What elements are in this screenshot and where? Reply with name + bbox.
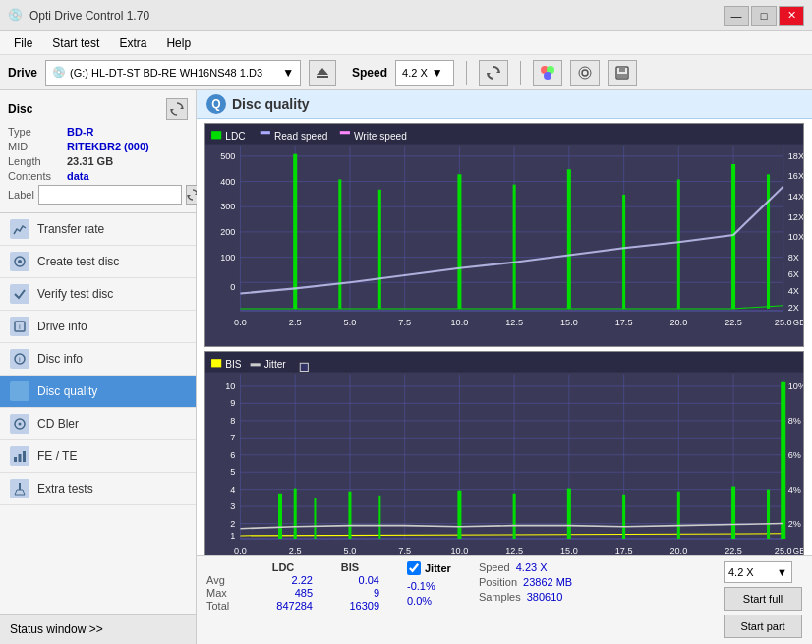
drive-selector[interactable]: 💿 (G:) HL-DT-ST BD-RE WH16NS48 1.D3 ▼ bbox=[45, 60, 301, 86]
disc-length-label: Length bbox=[8, 155, 67, 167]
svg-text:6X: 6X bbox=[788, 269, 799, 279]
menu-extra[interactable]: Extra bbox=[109, 34, 156, 52]
eject-button[interactable] bbox=[309, 60, 336, 86]
svg-rect-10 bbox=[619, 67, 625, 72]
svg-text:2X: 2X bbox=[788, 303, 799, 313]
svg-text:25.0: 25.0 bbox=[775, 318, 792, 327]
drive-value: (G:) HL-DT-ST BD-RE WH16NS48 1.D3 bbox=[70, 67, 278, 79]
svg-text:22.5: 22.5 bbox=[725, 546, 742, 555]
jitter-stats: Jitter -0.1% 0.0% bbox=[407, 561, 451, 607]
svg-text:i: i bbox=[19, 355, 21, 364]
svg-point-7 bbox=[582, 70, 588, 76]
extra-tests-icon bbox=[10, 479, 29, 498]
charts-area: LDC Read speed Write speed 500 400 300 2… bbox=[197, 119, 812, 555]
sidebar-item-transfer-rate[interactable]: Transfer rate bbox=[0, 213, 196, 246]
svg-text:17.5: 17.5 bbox=[615, 318, 633, 327]
eject-icon bbox=[315, 65, 330, 81]
toolbar-separator bbox=[466, 61, 467, 85]
svg-text:2: 2 bbox=[230, 519, 235, 529]
start-full-button[interactable]: Start full bbox=[724, 587, 802, 611]
disc-label-input[interactable] bbox=[38, 185, 182, 205]
svg-text:6%: 6% bbox=[788, 450, 801, 460]
disc-info-icon: i bbox=[10, 349, 29, 369]
svg-text:400: 400 bbox=[220, 177, 235, 187]
svg-text:0.0: 0.0 bbox=[234, 546, 247, 555]
speed-selector[interactable]: 4.2 X ▼ bbox=[395, 60, 454, 86]
disc-quality-icon: Q bbox=[206, 94, 226, 114]
disc-contents-label: Contents bbox=[8, 170, 67, 182]
toolbar-separator-2 bbox=[520, 61, 521, 85]
svg-text:5.0: 5.0 bbox=[344, 318, 357, 327]
app-icon: 💿 bbox=[8, 8, 24, 24]
empty-header bbox=[206, 561, 246, 573]
speed-label: Speed bbox=[352, 66, 387, 80]
refresh-icon bbox=[486, 65, 501, 81]
menu-file[interactable]: File bbox=[4, 34, 42, 52]
jitter-avg-val: -0.1% bbox=[407, 580, 435, 592]
refresh-button[interactable] bbox=[479, 60, 508, 86]
speed-pos-samples: Speed 4.23 X Position 23862 MB Samples 3… bbox=[479, 561, 572, 603]
sidebar-item-fe-te[interactable]: FE / TE bbox=[0, 440, 196, 473]
svg-rect-33 bbox=[261, 131, 270, 134]
drive-dropdown-icon: ▼ bbox=[282, 66, 294, 80]
disc-panel-title: Disc bbox=[8, 102, 32, 116]
sidebar-item-disc-quality[interactable]: Disc quality bbox=[0, 376, 196, 408]
sidebar-item-disc-info[interactable]: i Disc info bbox=[0, 343, 196, 376]
drive-label: Drive bbox=[8, 66, 37, 80]
svg-text:10.0: 10.0 bbox=[451, 546, 469, 555]
disc-quality-nav-icon bbox=[10, 381, 29, 401]
color-button[interactable] bbox=[533, 60, 562, 86]
start-part-button[interactable]: Start part bbox=[724, 615, 802, 638]
sidebar-item-create-test-disc[interactable]: Create test disc bbox=[0, 246, 196, 278]
settings-button[interactable] bbox=[570, 60, 600, 86]
jitter-checkbox[interactable] bbox=[407, 561, 421, 575]
close-button[interactable]: ✕ bbox=[779, 6, 804, 26]
sidebar-item-verify-test-disc[interactable]: Verify test disc bbox=[0, 278, 196, 311]
window-controls: — □ ✕ bbox=[724, 6, 804, 26]
sidebar-item-label-disc-quality: Disc quality bbox=[37, 384, 97, 398]
disc-label-row: Label bbox=[8, 185, 188, 205]
speed-val: 4.23 X bbox=[516, 561, 548, 573]
svg-text:7.5: 7.5 bbox=[398, 546, 411, 555]
svg-text:7: 7 bbox=[230, 433, 235, 442]
svg-rect-28 bbox=[19, 483, 21, 490]
bis-max: 9 bbox=[320, 587, 379, 599]
svg-text:9: 9 bbox=[230, 398, 235, 408]
start-full-label: Start full bbox=[743, 593, 783, 605]
sidebar-item-label-verify-test-disc: Verify test disc bbox=[37, 287, 113, 301]
samples-val: 380610 bbox=[527, 591, 563, 603]
svg-text:15.0: 15.0 bbox=[560, 546, 578, 555]
save-button[interactable] bbox=[608, 60, 637, 86]
sidebar-item-cd-bler[interactable]: CD Bler bbox=[0, 408, 196, 440]
svg-rect-1 bbox=[317, 76, 328, 78]
disc-quality-title: Disc quality bbox=[232, 96, 310, 112]
sidebar-item-extra-tests[interactable]: Extra tests bbox=[0, 473, 196, 505]
disc-refresh-button[interactable] bbox=[166, 98, 188, 120]
status-window-button[interactable]: Status window >> bbox=[0, 614, 196, 644]
svg-text:25.0: 25.0 bbox=[775, 546, 792, 555]
svg-text:20.0: 20.0 bbox=[669, 546, 687, 555]
svg-text:8X: 8X bbox=[788, 253, 799, 263]
ldc-avg: 2.22 bbox=[254, 574, 313, 586]
svg-text:8%: 8% bbox=[788, 416, 801, 426]
menu-help[interactable]: Help bbox=[156, 34, 201, 52]
start-part-label: Start part bbox=[740, 620, 784, 632]
bis-avg: 0.04 bbox=[320, 574, 379, 586]
sidebar-item-drive-info[interactable]: i Drive info bbox=[0, 311, 196, 343]
bis-header: BIS bbox=[320, 561, 379, 573]
transfer-rate-icon bbox=[10, 219, 29, 239]
action-speed-select[interactable]: 4.2 X ▼ bbox=[724, 561, 792, 583]
sidebar-item-label-disc-info: Disc info bbox=[37, 352, 83, 366]
svg-text:20.0: 20.0 bbox=[669, 318, 687, 327]
svg-text:17.5: 17.5 bbox=[615, 546, 633, 555]
minimize-button[interactable]: — bbox=[724, 6, 749, 26]
sidebar-item-label-cd-bler: CD Bler bbox=[37, 417, 79, 431]
svg-text:16X: 16X bbox=[788, 171, 803, 181]
svg-text:Jitter: Jitter bbox=[264, 359, 287, 370]
svg-text:200: 200 bbox=[220, 227, 235, 237]
avg-label: Avg bbox=[206, 574, 246, 586]
disc-mid-label: MID bbox=[8, 141, 67, 152]
menu-start-test[interactable]: Start test bbox=[42, 34, 109, 52]
maximize-button[interactable]: □ bbox=[751, 6, 777, 26]
svg-rect-96 bbox=[251, 363, 261, 366]
